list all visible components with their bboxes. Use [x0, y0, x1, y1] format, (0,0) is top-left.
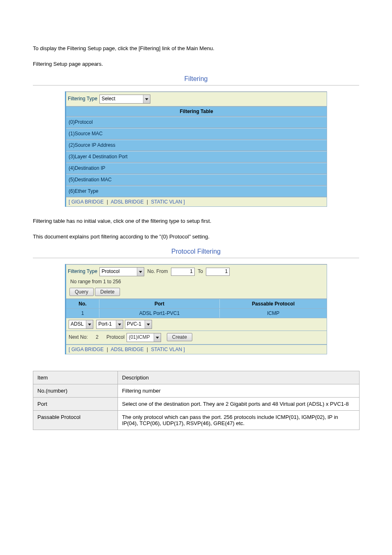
adsl-select[interactable]: ADSL — [69, 320, 93, 329]
hdr-no: No. — [66, 299, 99, 308]
filtering-panel: Filtering Type Select Filtering Table (0… — [65, 91, 327, 207]
cell-item-1: No.(number) — [33, 384, 118, 398]
filtering-type-label2: Filtering Type — [68, 268, 97, 274]
range-hint: No range from 1 to 256 — [66, 277, 327, 286]
bracket-open: [ — [69, 199, 71, 205]
panel1-title: Filtering — [33, 75, 359, 85]
bracket-close: ] — [183, 347, 184, 352]
filtering-type-value2: Protocol — [101, 268, 120, 274]
protocol-filtering-panel: Filtering Type Protocol No. From 1 To 1 … — [65, 264, 327, 354]
panel2-footer: [ GIGA BRIDGE | ADSL BRIDGE | STATIC VLA… — [66, 345, 327, 354]
result-header-row: No. Port Passable Protocol — [66, 299, 327, 309]
port-select[interactable]: Port-1 — [96, 320, 123, 329]
chevron-down-icon — [145, 320, 152, 328]
result-row: 1 ADSL Port1-PVC1 ICMP — [66, 309, 327, 318]
chevron-down-icon — [116, 320, 123, 328]
separator: | — [107, 347, 108, 352]
protocol-value: (01)ICMP — [129, 334, 150, 340]
table-row: Port Select one of the destination port.… — [33, 398, 360, 411]
cell-item-2: Port — [33, 398, 118, 411]
filtering-type-select2[interactable]: Protocol — [99, 267, 144, 276]
table-row: Passable Protocol The only protocol whic… — [33, 411, 360, 430]
link-giga-bridge[interactable]: GIGA BRIDGE — [71, 199, 104, 205]
link-giga-bridge[interactable]: GIGA BRIDGE — [71, 347, 104, 352]
next-row: Next No: 2 Protocol (01)ICMP Create — [66, 331, 327, 345]
link-static-vlan[interactable]: STATIC VLAN — [151, 347, 182, 352]
port-value: Port-1 — [98, 321, 112, 327]
cell-prot: ICMP — [220, 309, 327, 318]
th-item: Item — [33, 371, 118, 384]
cell-desc-3: The only protocol which can pass the por… — [118, 411, 360, 430]
separator: | — [147, 347, 148, 352]
filtering-row-1[interactable]: (1)Source MAC — [66, 128, 327, 139]
chevron-down-icon — [137, 268, 144, 276]
filtering-type-select[interactable]: Select — [99, 95, 150, 104]
mid-line2: This document explains port filtering ac… — [33, 233, 359, 241]
next-no-label: Next No: — [69, 334, 88, 340]
query-row: Filtering Type Protocol No. From 1 To 1 — [66, 264, 327, 277]
protocol-select[interactable]: (01)ICMP — [127, 333, 161, 342]
bracket-open: [ — [69, 347, 71, 352]
filtering-row-5[interactable]: (5)Destination MAC — [66, 174, 327, 185]
cell-no: 1 — [66, 309, 99, 318]
filtering-type-label: Filtering Type — [68, 96, 97, 102]
protocol-label: Protocol — [106, 334, 125, 340]
panel2-title: Protocol Filtering — [33, 248, 359, 258]
to-input[interactable]: 1 — [206, 268, 230, 276]
adsl-value: ADSL — [71, 321, 83, 327]
filtering-row-2[interactable]: (2)Source IP Address — [66, 139, 327, 151]
no-from-label: No. From — [148, 268, 168, 274]
divider — [33, 85, 359, 86]
divider — [33, 258, 359, 258]
filtering-type-value: Select — [101, 96, 115, 102]
no-from-input[interactable]: 1 — [171, 268, 195, 276]
select-row: ADSL Port-1 PVC-1 — [66, 318, 327, 331]
th-desc: Description — [118, 371, 360, 384]
table-row: No.(number) Filtering number — [33, 384, 360, 398]
cell-item-3: Passable Protocol — [33, 411, 118, 430]
to-label: To — [198, 268, 203, 274]
create-button[interactable]: Create — [167, 333, 192, 341]
link-adsl-bridge[interactable]: ADSL BRIDGE — [111, 199, 144, 205]
pvc-select[interactable]: PVC-1 — [125, 320, 152, 329]
pvc-value: PVC-1 — [127, 321, 141, 327]
cell-desc-1: Filtering number — [118, 384, 360, 398]
filtering-row-0[interactable]: (0)Protocol — [66, 116, 327, 128]
filtering-row-3[interactable]: (3)Layer 4 Destination Port — [66, 151, 327, 162]
hdr-prot: Passable Protocol — [220, 299, 327, 308]
chevron-down-icon — [143, 95, 150, 103]
delete-button[interactable]: Delete — [95, 288, 120, 296]
cell-desc-2: Select one of the destination port. They… — [118, 398, 360, 411]
query-button[interactable]: Query — [69, 288, 94, 296]
intro-line1: To display the Filtering Setup page, cli… — [33, 44, 359, 53]
chevron-down-icon — [154, 333, 161, 342]
next-no-value: 2 — [96, 334, 99, 340]
separator: | — [107, 199, 108, 205]
hdr-port: Port — [99, 299, 220, 308]
filtering-row-4[interactable]: (4)Destination IP — [66, 162, 327, 174]
table-row: Item Description — [33, 371, 360, 384]
mid-line1: Filtering table has no initial value, cl… — [33, 217, 359, 225]
filtering-type-row: Filtering Type Select — [66, 92, 327, 106]
filtering-table-title: Filtering Table — [66, 106, 327, 116]
chevron-down-icon — [86, 320, 93, 328]
bracket-close: ] — [183, 199, 184, 205]
description-table: Item Description No.(number) Filtering n… — [33, 371, 360, 430]
intro-line2: Filtering Setup page appears. — [33, 60, 359, 68]
separator: | — [147, 199, 148, 205]
button-row: Query Delete — [66, 286, 327, 299]
link-adsl-bridge[interactable]: ADSL BRIDGE — [111, 347, 144, 352]
filtering-row-6[interactable]: (6)Ether Type — [66, 185, 327, 197]
link-static-vlan[interactable]: STATIC VLAN — [151, 199, 182, 205]
cell-port: ADSL Port1-PVC1 — [99, 309, 220, 318]
panel1-footer: [ GIGA BRIDGE | ADSL BRIDGE | STATIC VLA… — [66, 197, 327, 207]
